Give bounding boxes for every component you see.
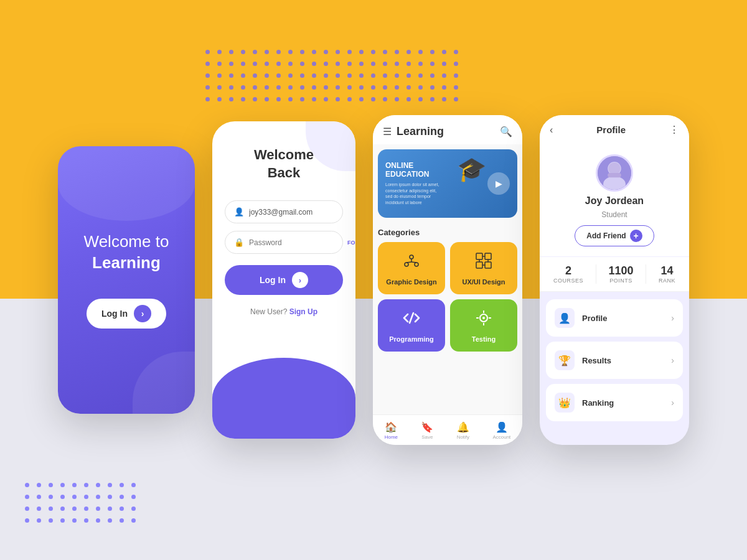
nav-home[interactable]: 🏠 Home: [385, 421, 398, 440]
nav-notify-label: Notify: [457, 434, 469, 440]
points-value: 1100: [608, 264, 633, 278]
bottom-nav: 🏠 Home 🔖 Save 🔔 Notify 👤 Account: [373, 414, 522, 445]
ux-design-icon: [474, 251, 494, 273]
profile-info: Joy Jordean Student Add Friend +: [540, 144, 689, 256]
learning-header: ☰ Learning 🔍: [373, 115, 522, 144]
wave-decoration-bottom: [133, 352, 195, 414]
testing-label: Testing: [472, 335, 496, 343]
nav-notify[interactable]: 🔔 Notify: [457, 421, 469, 440]
profile-menu-arrow: ›: [671, 313, 674, 323]
header-left: ☰ Learning: [383, 125, 444, 138]
stat-divider-1: [596, 264, 596, 284]
search-icon[interactable]: 🔍: [500, 126, 512, 138]
new-user-text: New User? Sign Up: [250, 307, 317, 316]
svg-rect-8: [476, 262, 482, 268]
graphic-design-icon: [402, 251, 421, 273]
svg-rect-9: [485, 262, 491, 268]
category-programming[interactable]: Programming: [378, 299, 445, 352]
hero-title: ONLINEEDUCATION: [385, 161, 441, 179]
password-field-container: 🔒 FORGOT?: [225, 231, 343, 254]
hamburger-icon[interactable]: ☰: [383, 126, 392, 138]
menu-item-results[interactable]: 🏆 Results ›: [546, 342, 683, 379]
category-graphic-design[interactable]: Graphic Design: [378, 242, 445, 294]
categories-title: Categories: [378, 228, 517, 237]
profile-header: ‹ Profile ⋮: [540, 115, 689, 144]
svg-line-4: [406, 262, 411, 263]
phone-learning: ☰ Learning 🔍 ONLINEEDUCATION Lorem ipsum…: [373, 115, 522, 445]
welcome-text: Welcome to Learning: [84, 231, 169, 274]
testing-icon: [474, 308, 494, 330]
nav-home-label: Home: [385, 434, 398, 440]
back-button[interactable]: ‹: [550, 124, 553, 136]
login-button[interactable]: Log In ›: [225, 265, 343, 295]
category-ux-design[interactable]: UX/UI Design: [450, 242, 517, 294]
ranking-menu-label: Ranking: [582, 398, 664, 408]
account-icon: 👤: [496, 421, 508, 433]
bookmark-icon: 🔖: [421, 421, 433, 433]
add-friend-button[interactable]: Add Friend +: [575, 225, 654, 246]
svg-point-16: [482, 317, 485, 319]
hero-text: ONLINEEDUCATION Lorem ipsum dolor sit am…: [385, 161, 441, 206]
signup-link[interactable]: Sign Up: [289, 307, 317, 316]
wave-decoration-top: [58, 146, 195, 221]
email-field-container: 👤: [225, 200, 343, 223]
more-options-button[interactable]: ⋮: [669, 124, 679, 136]
svg-point-0: [410, 255, 413, 259]
stat-divider-2: [646, 264, 646, 284]
results-menu-icon: 🏆: [555, 350, 575, 370]
phone-login: Welcome Back 👤 🔒 FORGOT? Log In › New Us…: [212, 121, 355, 439]
graphic-design-label: Graphic Design: [386, 278, 436, 286]
programming-icon: [402, 308, 421, 330]
results-menu-arrow: ›: [671, 355, 674, 365]
profile-menu-icon: 👤: [555, 308, 575, 328]
stat-rank: 14 RANK: [659, 264, 675, 284]
new-user-label: New User?: [250, 307, 287, 316]
phone-welcome: Welcome to Learning Log In ›: [58, 146, 195, 414]
menu-item-ranking[interactable]: 👑 Ranking ›: [546, 384, 683, 421]
welcome-login-button[interactable]: Log In ›: [87, 299, 166, 329]
profile-menu: 👤 Profile › 🏆 Results › 👑 Ranking ›: [540, 292, 689, 445]
bell-icon: 🔔: [457, 421, 469, 433]
home-icon: 🏠: [385, 421, 397, 433]
phones-container: Welcome to Learning Log In › Welcome Bac…: [0, 0, 747, 560]
play-button[interactable]: ▶: [487, 172, 510, 195]
password-input[interactable]: [249, 238, 342, 247]
login-wave-bottom: [212, 358, 355, 439]
forgot-link[interactable]: FORGOT?: [347, 240, 355, 246]
stat-courses: 2 COURSES: [553, 264, 583, 284]
category-testing[interactable]: Testing: [450, 299, 517, 352]
svg-point-24: [608, 162, 621, 175]
nav-save[interactable]: 🔖 Save: [421, 421, 433, 440]
profile-menu-label: Profile: [582, 314, 664, 323]
login-title: Welcome Back: [254, 146, 314, 182]
welcome-line1: Welcome: [84, 232, 151, 251]
hero-description: Lorem ipsum dolor sit amet, consectetur …: [385, 182, 441, 206]
rank-value: 14: [659, 264, 675, 278]
profile-name: Joy Jordean: [585, 195, 644, 207]
stat-points: 1100 POINTS: [608, 264, 633, 284]
lock-icon: 🔒: [234, 238, 244, 247]
nav-account[interactable]: 👤 Account: [492, 421, 510, 440]
svg-line-5: [411, 262, 416, 263]
avatar: [596, 154, 633, 192]
svg-point-1: [405, 263, 408, 266]
svg-line-14: [410, 313, 413, 323]
courses-label: COURSES: [553, 278, 583, 284]
welcome-line2: to: [156, 232, 169, 251]
add-icon: +: [630, 230, 642, 242]
learning-header-title: Learning: [397, 125, 444, 138]
email-icon: 👤: [234, 207, 244, 217]
phone-profile: ‹ Profile ⋮ Joy Jordean Student: [540, 115, 689, 445]
welcome-line3: Learning: [84, 253, 169, 274]
email-input[interactable]: [249, 208, 342, 217]
login-arrow-icon: ›: [292, 272, 308, 288]
mortarboard-icon: 🎓: [457, 156, 486, 183]
nav-account-label: Account: [492, 434, 510, 440]
add-friend-label: Add Friend: [586, 231, 626, 240]
svg-rect-6: [476, 253, 482, 259]
programming-label: Programming: [389, 335, 434, 343]
menu-item-profile[interactable]: 👤 Profile ›: [546, 299, 683, 337]
svg-point-23: [603, 176, 626, 192]
ux-design-label: UX/UI Design: [462, 278, 505, 286]
stats-row: 2 COURSES 1100 POINTS 14 RANK: [540, 257, 689, 292]
